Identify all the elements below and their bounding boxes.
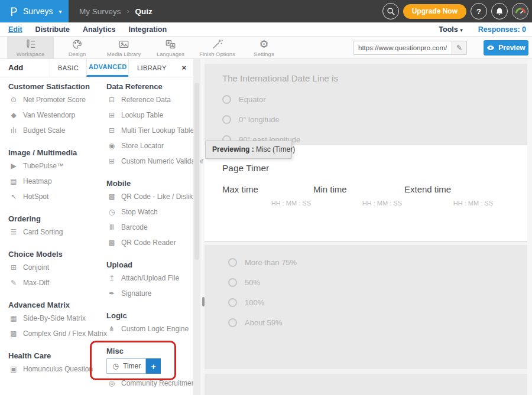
eye-icon [486,45,495,51]
sidebar-item-tubepulse[interactable]: ▶TubePulse™ [8,158,98,174]
reference-data-icon: ⊟ [106,96,117,104]
survey-url-input[interactable] [353,41,452,55]
question-block-2: More than 75% 50% 100% About 59% [205,245,527,369]
tab-library[interactable]: LIBRARY [128,59,175,77]
timer-row: ◷ Timer + [106,357,193,376]
nav-integration[interactable]: Integration [129,25,167,34]
sidebar-item-net-promoter-score[interactable]: ⊙Net Promoter Score [8,92,98,107]
grid-icon: ▩ [8,329,19,338]
main-scrollbar-thumb[interactable] [202,297,205,306]
languages-tool[interactable]: Languages [147,37,194,58]
settings-tool[interactable]: ⚙ Settings [241,37,287,58]
question-types-column-1: Customer Satisfaction ⊙Net Promoter Scor… [8,77,98,377]
preview-button[interactable]: Preview [484,40,528,56]
radio-option[interactable]: More than 75% [228,258,527,267]
branch-icon: ⋔ [106,325,117,333]
section-heading: Health Care [8,351,98,361]
sidebar-item-stop-watch[interactable]: ◷Stop Watch [106,204,193,220]
radio-option[interactable]: 50% [228,278,527,287]
radio-icon[interactable] [228,278,237,287]
sidebar-item-max-diff[interactable]: ✎Max-Diff [8,275,98,290]
sidebar-item-qr-code-reader[interactable]: ▩QR Code Reader [106,235,193,250]
workspace-tool[interactable]: Workspace [7,37,54,58]
sidebar-item-reference-data[interactable]: ⊟Reference Data [106,92,193,107]
magic-wand-icon [211,38,223,50]
sidebar-item-attach-upload-file[interactable]: ↥Attach/Upload File [106,270,193,286]
price-tag-icon: ◆ [8,111,19,119]
sidebar-item-conjoint[interactable]: ⊞Conjoint [8,260,98,275]
max-time-field: Max time HH : MM : SS [222,184,311,207]
sidebar-item-van-westendorp[interactable]: ◆Van Westendorp [8,107,98,123]
account-avatar[interactable] [512,3,528,19]
edit-url-button[interactable]: ✎ [452,41,467,55]
radio-option[interactable]: Equator [222,95,527,104]
responses-count[interactable]: Responses: 0 [478,25,526,34]
sidebar-item-complex-grid[interactable]: ▩Complex Grid / Flex Matrix [8,326,98,341]
sidebar-item-community-recruitment[interactable]: ◎Community Recruitment [106,376,193,391]
sidebar-item-qr-like-dislike[interactable]: ▩QR Code - Like / Dislike [106,189,193,204]
radio-icon[interactable] [228,298,237,307]
upgrade-now-button[interactable]: Upgrade Now [403,4,466,19]
sidebar-item-budget-scale[interactable]: ılıBudget Scale [8,123,98,138]
matrix-icon: ▦ [8,314,19,322]
radio-icon[interactable] [222,115,231,124]
media-library-tool[interactable]: Media Library [100,37,147,58]
close-panel-button[interactable]: × [175,59,193,77]
radio-icon[interactable] [222,95,231,104]
sidebar-item-card-sorting[interactable]: ☰Card Sorting [8,224,98,240]
pencil-icon: ✎ [456,44,462,52]
breadcrumb: My Surveys › Quiz [79,7,153,16]
radio-option[interactable]: About 59% [228,318,527,327]
heatmap-image-icon: ▤ [8,177,19,185]
sidebar-item-heatmap[interactable]: ▤Heatmap [8,174,98,189]
barcode-icon: Ⅲ [106,223,117,231]
calculator-icon: ⊞ [106,157,117,165]
sidebar-item-multi-tier-lookup[interactable]: ⊟Multi Tier Lookup Table [106,123,193,138]
map-pin-icon: ◉ [106,142,117,150]
sidebar-item-custom-logic-engine[interactable]: ⋔Custom Logic Engine [106,321,193,337]
search-button[interactable] [382,3,399,19]
sidebar-item-barcode[interactable]: ⅢBarcode [106,220,193,235]
gauge-icon [513,4,528,19]
table-icon: ⊞ [106,111,117,119]
surveys-menu[interactable]: Surveys ▾ [0,0,69,22]
add-timer-button[interactable]: + [146,358,161,374]
tab-basic[interactable]: BASIC [50,59,87,77]
radio-option[interactable]: 100% [228,298,527,307]
help-button[interactable]: ? [471,3,487,19]
question-title: The International Date Line is [222,73,527,83]
question-types-column-2: Data Reference ⊟Reference Data ⊞Lookup T… [106,77,193,391]
sidebar-item-hotspot[interactable]: ↖HotSpot [8,189,98,204]
breadcrumb-separator-icon: › [127,7,129,15]
nav-analytics[interactable]: Analytics [83,25,116,34]
design-tool[interactable]: Design [54,37,100,58]
radio-icon[interactable] [228,318,237,327]
sidebar-scrollbar-thumb[interactable] [194,83,199,260]
section-heading: Customer Satisfaction [8,81,98,92]
sidebar-scrollbar-track[interactable] [193,59,200,395]
radio-option[interactable]: 0° longitude [222,115,527,124]
finish-options-tool[interactable]: Finish Options [194,37,241,58]
sidebar-item-side-by-side-matrix[interactable]: ▦Side-By-Side Matrix [8,311,98,326]
upload-icon: ↥ [106,274,117,282]
survey-url-zone: ✎ [353,41,467,55]
max-time-input[interactable]: HH : MM : SS [222,200,311,207]
tab-advanced[interactable]: ADVANCED [86,59,128,77]
nps-scale-icon: ⊙ [8,96,19,104]
sidebar-item-homunculus[interactable]: ▣Homunculus Question [8,361,98,377]
sidebar-item-signature[interactable]: ✒Signature [106,286,193,301]
sidebar-item-store-locator[interactable]: ◉Store Locator [106,138,193,154]
tools-menu[interactable]: Tools ▾ [439,25,462,34]
notifications-button[interactable] [491,3,508,19]
breadcrumb-my-surveys[interactable]: My Surveys [79,7,121,16]
timer-question-button[interactable]: ◷ Timer [106,358,146,374]
nav-edit[interactable]: Edit [8,25,22,34]
nav-distribute[interactable]: Distribute [35,25,70,34]
extend-time-input[interactable]: HH : MM : SS [404,200,493,207]
radio-icon[interactable] [228,258,237,267]
qr-code-icon: ▩ [106,192,117,201]
question-types-panel: Customer Satisfaction ⊙Net Promoter Scor… [0,77,193,395]
sidebar-item-custom-numeric-validator[interactable]: ⊞Custom Numeric Validator [106,154,193,169]
sidebar-item-lookup-table[interactable]: ⊞Lookup Table [106,107,193,123]
min-time-input[interactable]: HH : MM : SS [313,200,402,207]
